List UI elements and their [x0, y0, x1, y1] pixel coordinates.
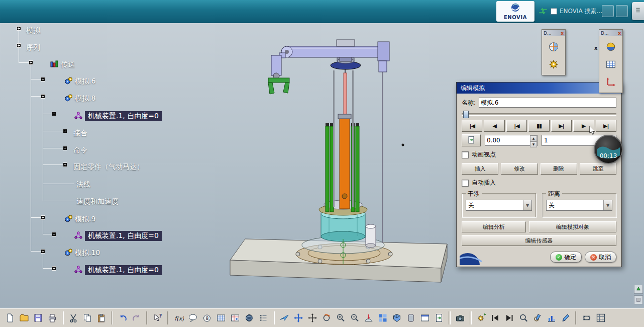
gear-edit-button[interactable]	[531, 311, 544, 324]
palette-titlebar[interactable]: D... x	[542, 30, 565, 36]
quad-view-button[interactable]	[376, 311, 389, 324]
tree-item[interactable]: 模拟	[26, 26, 40, 35]
tree-item-label[interactable]: 模拟.6	[75, 77, 95, 86]
fly-mode-button[interactable]	[278, 311, 291, 324]
gold-sphere-icon[interactable]	[603, 40, 619, 54]
cylinder-view-button[interactable]	[404, 311, 417, 324]
step-backward-button[interactable]: ◀	[484, 120, 504, 132]
tree-expander-icon[interactable]	[41, 77, 45, 81]
camera-button[interactable]	[454, 311, 467, 324]
print-button[interactable]	[46, 311, 59, 324]
tree-expander-icon[interactable]	[29, 60, 33, 65]
zoom-in-button[interactable]	[334, 311, 347, 324]
mechanism-gear-button[interactable]	[475, 311, 488, 324]
animate-viewpoint-checkbox[interactable]	[462, 151, 469, 158]
knowledge-button[interactable]: 8	[200, 311, 213, 324]
object-ball-button[interactable]	[243, 311, 256, 324]
tree-item-label[interactable]: 速度和加速度	[76, 197, 119, 206]
tree-expander-icon[interactable]	[63, 146, 67, 150]
tree-item[interactable]: 模拟.6	[64, 76, 95, 86]
undo-button[interactable]	[116, 311, 129, 324]
edit-sim-objects-button[interactable]: 编辑模拟对象	[529, 221, 616, 232]
distance-combo[interactable]: 关 ▼	[546, 200, 612, 211]
tree-item-label[interactable]: 模拟.10	[75, 249, 100, 258]
tree-item[interactable]: 法线	[76, 180, 90, 189]
fit-all-button[interactable]	[292, 311, 305, 324]
tree-item-label[interactable]: 模拟	[26, 26, 40, 35]
tree-expander-icon[interactable]	[17, 43, 21, 48]
open-folder-button[interactable]	[18, 311, 31, 324]
ok-button[interactable]: ✓ 确定	[550, 252, 582, 263]
tree-expander-icon[interactable]	[52, 266, 56, 271]
tree-item[interactable]: 接合	[73, 128, 87, 138]
interference-combo[interactable]: 关 ▼	[466, 200, 532, 211]
tree-item[interactable]: 机械装置.1, 自由度=0	[74, 231, 162, 240]
tree-item[interactable]: 命令	[73, 145, 87, 155]
tree-item[interactable]: 速度和加速度	[76, 197, 119, 206]
delete-button[interactable]: 删除	[541, 163, 577, 175]
name-input[interactable]	[479, 98, 616, 108]
formula-button[interactable]: f(x)	[172, 311, 185, 324]
tree-expander-icon[interactable]	[41, 215, 45, 220]
pen-button[interactable]	[559, 311, 572, 324]
view-sphere-icon[interactable]	[546, 40, 562, 54]
viewport-window-button[interactable]	[418, 311, 432, 324]
tree-item-label[interactable]: 机械装置.1, 自由度=0	[85, 231, 162, 241]
design-table-button[interactable]	[214, 311, 228, 324]
new-document-button[interactable]	[4, 311, 17, 324]
tree-item-label[interactable]: 序列	[26, 43, 40, 52]
tree-item[interactable]: 序列	[26, 43, 40, 52]
tree-item-label[interactable]: 命令	[73, 146, 87, 155]
tree-expander-icon[interactable]	[63, 129, 67, 133]
copy-button[interactable]	[81, 311, 94, 324]
combo-arrow-icon[interactable]: ▼	[603, 200, 612, 210]
axis-table-button[interactable]	[229, 311, 242, 324]
axis-red-icon[interactable]	[603, 75, 619, 89]
tree-item[interactable]: 传送	[50, 60, 75, 69]
enovia-search-input[interactable]: ENOVIA 搜索...	[560, 7, 602, 16]
page-arrow-button[interactable]	[433, 311, 446, 324]
edit-sensors-button[interactable]: 编辑传感器	[462, 235, 616, 246]
pan-button[interactable]	[306, 311, 319, 324]
palette-titlebar[interactable]: D... x	[599, 30, 622, 36]
tree-expander-icon[interactable]	[52, 112, 56, 116]
mini-tool-icon[interactable]	[634, 295, 643, 304]
annotation-button[interactable]	[186, 311, 199, 324]
tree-item[interactable]: 模拟.9	[64, 214, 95, 224]
tree-item[interactable]: 模拟.8	[64, 94, 95, 103]
pause-button[interactable]: ▮▮	[528, 120, 549, 132]
spin-down-icon[interactable]: ▼	[530, 141, 537, 147]
iso-view-button[interactable]	[390, 311, 403, 324]
sim-to-end-button[interactable]	[503, 311, 516, 324]
play-backward-button[interactable]: |◀	[506, 120, 527, 132]
tree-item-label[interactable]: 法线	[76, 180, 90, 189]
auto-insert-checkbox[interactable]	[462, 180, 469, 187]
measure-scale-button[interactable]	[580, 311, 593, 324]
tree-item-label[interactable]: 模拟.8	[75, 94, 95, 103]
cancel-button[interactable]: × 取消	[585, 252, 616, 263]
time-slider[interactable]	[462, 110, 616, 118]
time-input[interactable]	[485, 135, 530, 145]
workflow-arrows-icon[interactable]	[538, 6, 549, 19]
zoom-out-button[interactable]	[348, 311, 361, 324]
tree-item-label[interactable]: 固定零件（气动马达）	[73, 162, 144, 172]
tree-expander-icon[interactable]	[52, 232, 56, 236]
tree-expander-icon[interactable]	[41, 249, 45, 254]
play-forward-button[interactable]: ▶|	[551, 120, 572, 132]
insert-button[interactable]: 插入	[462, 163, 498, 175]
loop-mode-button[interactable]	[462, 134, 481, 146]
look-at-button[interactable]	[362, 311, 375, 324]
search-scope-box[interactable]	[551, 8, 557, 15]
spin-up-icon[interactable]: ▲	[530, 135, 537, 141]
tree-item[interactable]: 模拟.10	[64, 248, 100, 258]
gold-gear-icon[interactable]	[546, 57, 562, 71]
jump-to-end-button[interactable]: ▶|	[596, 120, 616, 132]
tree-item[interactable]: 机械装置.1, 自由度=0	[74, 265, 162, 275]
parameter-list-button[interactable]	[257, 311, 270, 324]
tree-item-label[interactable]: 接合	[73, 129, 87, 138]
paste-button[interactable]	[95, 311, 108, 324]
sim-to-start-button[interactable]	[489, 311, 502, 324]
tree-item-label[interactable]: 机械装置.1, 自由度=0	[85, 265, 162, 275]
help-select-button[interactable]: ?	[151, 311, 164, 324]
dialog-titlebar[interactable]: 编辑模拟 ? ×	[457, 83, 621, 94]
